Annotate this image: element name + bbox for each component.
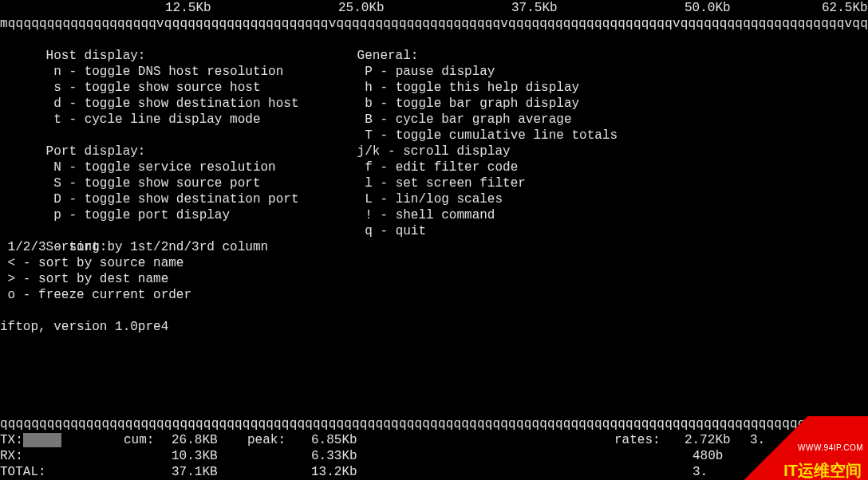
footer-row-tx: TX: cum: 26.8KB peak: 6.85Kb rates: 2.72… <box>0 432 868 448</box>
tx-rate2: 3. <box>750 432 765 448</box>
bandwidth-scale: 12.5Kb 25.0Kb 37.5Kb 50.0Kb 62.5Kb <box>0 0 868 16</box>
help-screen: Host display:General: n - toggle DNS hos… <box>0 32 868 335</box>
cursor-block <box>23 433 61 447</box>
footer-stats: qqqqqqqqqqqqqqqqqqqqqqqqqqqqqqqqqqqqqqqq… <box>0 416 868 480</box>
help-general-h: h - toggle this help display <box>357 80 579 96</box>
terminal-screen: { "scale": { "ticks": ["12.5Kb", "25.0Kb… <box>0 0 868 480</box>
label-rx: RX: <box>0 448 23 464</box>
scale-tick-1: 12.5Kb <box>165 0 211 16</box>
tx-cum: 26.8KB <box>172 432 218 448</box>
help-port-N: N - toggle service resolution <box>46 159 357 175</box>
rx-rate1: 480b <box>692 448 723 464</box>
help-port-D: D - toggle show destination port <box>46 191 357 207</box>
footer-row-rx: RX: 10.3KB 6.33Kb 480b <box>0 448 868 464</box>
help-sort-lt: < - sort by source name <box>0 255 868 271</box>
scale-tick-2: 25.0Kb <box>338 0 385 16</box>
label-peak: peak: <box>247 432 286 448</box>
host-display-header: Host display: <box>46 48 357 64</box>
blank-left-1 <box>46 128 357 144</box>
help-general-L: L - lin/log scales <box>357 191 503 207</box>
help-general-l: l - set screen filter <box>357 175 526 191</box>
blank-left-2 <box>46 223 357 239</box>
footer-row-total: TOTAL: 37.1KB 13.2Kb 3. <box>0 464 868 480</box>
help-sort-o: o - freeze current order <box>0 287 868 303</box>
label-tx: TX: <box>0 433 23 447</box>
help-host-d: d - toggle show destination host <box>46 96 357 112</box>
scale-tick-4: 50.0Kb <box>685 0 731 16</box>
help-general-P: P - pause display <box>357 64 495 80</box>
label-cum: cum: <box>124 432 154 448</box>
help-general-jk: j/k - scroll display <box>357 144 511 159</box>
help-general-T: T - toggle cumulative line totals <box>357 128 617 144</box>
version-line: iftop, version 1.0pre4 <box>0 319 868 335</box>
total-cum: 37.1KB <box>172 464 218 480</box>
rx-cum: 10.3KB <box>172 448 218 464</box>
tx-peak: 6.85Kb <box>311 432 357 448</box>
help-port-S: S - toggle show source port <box>46 175 357 191</box>
general-header: General: <box>357 48 419 64</box>
total-rate1: 3. <box>692 464 708 480</box>
total-peak: 13.2Kb <box>311 464 357 480</box>
help-general-b: b - toggle bar graph display <box>357 96 579 112</box>
help-port-p: p - toggle port display <box>46 207 357 223</box>
footer-separator: qqqqqqqqqqqqqqqqqqqqqqqqqqqqqqqqqqqqqqqq… <box>0 416 868 432</box>
label-total: TOTAL: <box>0 464 46 480</box>
help-general-bang: ! - shell command <box>357 207 495 223</box>
scale-tick-3: 37.5Kb <box>511 0 558 16</box>
scale-tick-5: 62.5Kb <box>822 0 868 16</box>
help-host-n: n - toggle DNS host resolution <box>46 64 357 80</box>
help-general-f: f - edit filter code <box>357 159 519 175</box>
blank-row <box>0 303 868 319</box>
help-general-q: q - quit <box>357 223 426 239</box>
port-display-header: Port display: <box>46 144 357 159</box>
tx-rate1: 2.72Kb <box>685 432 731 448</box>
help-general-B: B - cycle bar graph average <box>357 112 572 128</box>
label-rates: rates: <box>614 432 661 448</box>
help-sort-123: 1/2/3 - sort by 1st/2nd/3rd column <box>0 239 868 255</box>
help-host-t: t - cycle line display mode <box>46 112 357 128</box>
help-sort-gt: > - sort by dest name <box>0 271 868 287</box>
scale-rule: mqqqqqqqqqqqqqqqqqqqvqqqqqqqqqqqqqqqqqqq… <box>0 16 868 32</box>
help-host-s: s - toggle show source host <box>46 80 357 96</box>
rx-peak: 6.33Kb <box>311 448 357 464</box>
